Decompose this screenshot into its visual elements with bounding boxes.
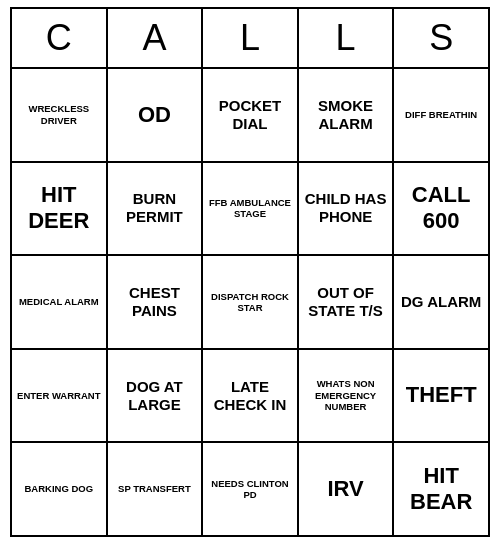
bingo-cell: HIT DEER <box>12 163 108 255</box>
bingo-cell: LATE CHECK IN <box>203 350 299 442</box>
header-letter: C <box>12 9 108 67</box>
header-letter: L <box>203 9 299 67</box>
bingo-cell: CHEST PAINS <box>108 256 204 348</box>
bingo-cell: SP TRANSFERT <box>108 443 204 535</box>
bingo-cell: IRV <box>299 443 395 535</box>
bingo-cell: DOG AT LARGE <box>108 350 204 442</box>
bingo-cell: NEEDS CLINTON PD <box>203 443 299 535</box>
bingo-cell: BARKING DOG <box>12 443 108 535</box>
bingo-cell: DISPATCH ROCK STAR <box>203 256 299 348</box>
bingo-header: CALLS <box>12 9 488 69</box>
bingo-card: CALLS WRECKLESS DRIVERODPOCKET DIALSMOKE… <box>10 7 490 537</box>
bingo-row: HIT DEERBURN PERMITFFB AMBULANCE STAGECH… <box>12 163 488 257</box>
bingo-cell: FFB AMBULANCE STAGE <box>203 163 299 255</box>
bingo-cell: WRECKLESS DRIVER <box>12 69 108 161</box>
bingo-row: BARKING DOGSP TRANSFERTNEEDS CLINTON PDI… <box>12 443 488 535</box>
header-letter: S <box>394 9 488 67</box>
bingo-cell: ENTER WARRANT <box>12 350 108 442</box>
bingo-cell: OUT OF STATE T/S <box>299 256 395 348</box>
bingo-row: ENTER WARRANTDOG AT LARGELATE CHECK INWH… <box>12 350 488 444</box>
bingo-cell: THEFT <box>394 350 488 442</box>
bingo-row: WRECKLESS DRIVERODPOCKET DIALSMOKE ALARM… <box>12 69 488 163</box>
bingo-cell: OD <box>108 69 204 161</box>
bingo-cell: DG ALARM <box>394 256 488 348</box>
bingo-cell: BURN PERMIT <box>108 163 204 255</box>
bingo-row: MEDICAL ALARMCHEST PAINSDISPATCH ROCK ST… <box>12 256 488 350</box>
bingo-cell: SMOKE ALARM <box>299 69 395 161</box>
header-letter: A <box>108 9 204 67</box>
bingo-cell: HIT BEAR <box>394 443 488 535</box>
bingo-cell: WHATS NON EMERGENCY NUMBER <box>299 350 395 442</box>
bingo-grid: WRECKLESS DRIVERODPOCKET DIALSMOKE ALARM… <box>12 69 488 535</box>
bingo-cell: CALL 600 <box>394 163 488 255</box>
header-letter: L <box>299 9 395 67</box>
bingo-cell: CHILD HAS PHONE <box>299 163 395 255</box>
bingo-cell: MEDICAL ALARM <box>12 256 108 348</box>
bingo-cell: DIFF BREATHIN <box>394 69 488 161</box>
bingo-cell: POCKET DIAL <box>203 69 299 161</box>
